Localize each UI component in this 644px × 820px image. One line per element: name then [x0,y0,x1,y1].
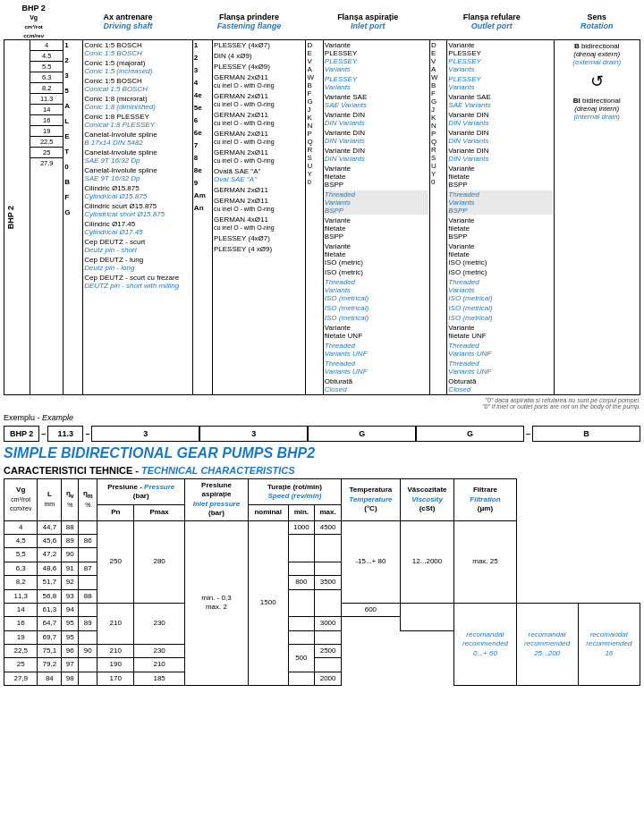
pump-title: SIMPLE BIDIRECTIONAL GEAR PUMPS BHP2 [4,445,640,461]
th-filt: FiltrareFiltration(μm) [454,479,516,521]
bhp2-label: BHP 2 [4,40,30,395]
th-pmax: Pmax [134,505,185,520]
example-label-italic: Example [42,413,73,422]
ax-codes: 1 2 3 5 A L E T 0 B F G [64,40,83,395]
th-visc: VâscozitateViscosity(cSt) [400,479,454,521]
example-section: Exemplu - Example [4,413,640,422]
ex-bhp2: BHP 2 [4,426,39,442]
ex-flange: 3 [199,426,308,442]
flange-refulare-header: Flanșa refulare Outlet port [429,4,554,40]
flange-prindere-header: Flanșa prindere Fastening flange [192,4,306,40]
th-vg: Vgcm³/rotccm/rev [4,479,38,521]
th-temp: TemperaturaTemperature(°C) [342,479,401,521]
bhp2-header: BHP 2 Vg cm³/rot ccm/rev [4,4,64,40]
th-pressure: Presiune - Pressure(bar) [97,479,185,505]
th-max: max. [315,505,342,520]
sens-header: Sens Rotation [554,4,640,40]
vg-unit: cm³/rot [24,24,42,30]
th-pn: Pn [97,505,134,520]
th-turatie: Turație (rot/min)Speed (rev/min) [248,479,341,505]
aspiratie-names: VariantePLESSEYPLESSEYVariants PLESSEYVa… [323,40,429,395]
ex-vg: 11.3 [47,426,83,442]
th-min: min. [288,505,314,520]
th-nv: ηv% [62,479,79,521]
main-selection-wrapper: BHP 2 Vg cm³/rot ccm/rev Ax antrenare Dr… [4,4,640,395]
vg-column: 4 4.5 5.5 6.3 8.2 11.3 14 16 19 22.5 25 … [30,40,64,395]
th-nominal: nominal [248,505,288,520]
refulare-names: VariantePLESSEYPLESSEYVariants PLESSEYVa… [447,40,554,395]
flange-prindere-nums: 1 2 3 4 4e 5e 6 6e 7 8 8e 9 Am An [192,40,212,395]
ex-sens: B [532,426,640,442]
table-row: 444,788 250 280 min. - 0,3max. 2 1500 10… [4,520,640,534]
ex-asp: G [308,426,416,442]
tech-table: Vgcm³/rotccm/rev Lmm ηv% ηm% Presiune - … [4,478,640,686]
ex-ref: G [416,426,524,442]
char-title: CARACTERISTICI TEHNICE - TECHNICAL CHARA… [4,465,640,476]
sens-column: B bidirecțional (drenaj extern) (externa… [554,40,640,395]
th-nm: ηm% [79,479,97,521]
note-text: "0" daca aspiratia și refularea nu sunt … [4,397,640,410]
ax-names: Conic 1:5 BOSCHConic 1:5 BOSCH Conic 1:5… [83,40,193,395]
ex-ax: 3 [91,426,199,442]
refulare-codes: DEVAWB FGJKNP QRSUY0 [429,40,446,395]
flange-prindere-names: PLESSEY (4xØ7) DIN (4 xØ9) PLESSEY (4xØ9… [212,40,305,395]
example-label: Exemplu - [4,413,40,422]
ax-header: Ax antrenare Driving shaft [64,4,193,40]
flange-aspiratie-header: Flanșa aspirație Inlet port [306,4,430,40]
vg-unit2: ccm/rev [23,33,44,38]
th-l: Lmm [38,479,62,521]
vg-header: Vg [30,14,38,21]
selection-table: BHP 2 Vg cm³/rot ccm/rev Ax antrenare Dr… [4,4,640,395]
example-box: BHP 2 – 11.3 – 3 3 G G – B [4,426,640,442]
aspiratie-codes: DEVAWB FGJKNP QRSUY0 [306,40,323,395]
th-aspiratie: PresiuneaspirațieInlet pressure(bar) [185,479,249,521]
